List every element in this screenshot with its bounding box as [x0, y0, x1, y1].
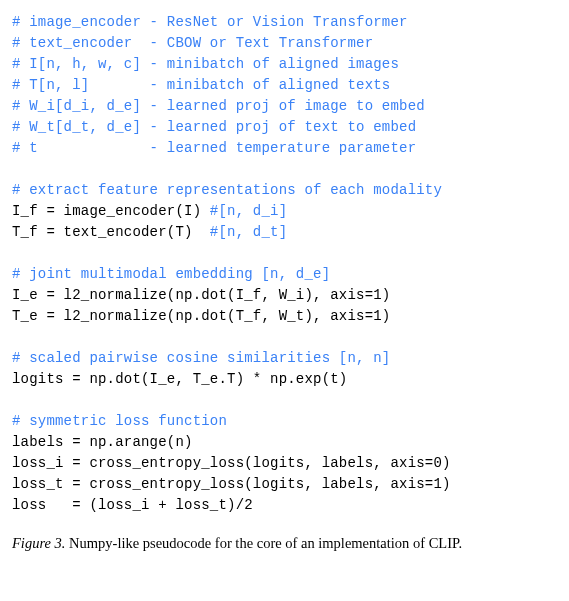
code-line: T_e = l2_normalize(np.dot(T_f, W_t), axi… — [12, 306, 557, 327]
code-comment: # W_t[d_t, d_e] - learned proj of text t… — [12, 119, 416, 135]
code-line: I_f = image_encoder(I) #[n, d_i] — [12, 201, 557, 222]
code-comment: # extract feature representations of eac… — [12, 182, 442, 198]
code-inline-comment: #[n, d_i] — [210, 203, 287, 219]
code-text: T_f = text_encoder(T) — [12, 224, 210, 240]
code-comment: # image_encoder - ResNet or Vision Trans… — [12, 14, 408, 30]
code-comment: # I[n, h, w, c] - minibatch of aligned i… — [12, 56, 399, 72]
code-line — [12, 243, 557, 264]
code-line: T_f = text_encoder(T) #[n, d_t] — [12, 222, 557, 243]
code-comment: # t - learned temperature parameter — [12, 140, 416, 156]
code-line — [12, 390, 557, 411]
code-comment: # W_i[d_i, d_e] - learned proj of image … — [12, 98, 425, 114]
code-comment: # text_encoder - CBOW or Text Transforme… — [12, 35, 373, 51]
code-line: # T[n, l] - minibatch of aligned texts — [12, 75, 557, 96]
code-line: # scaled pairwise cosine similarities [n… — [12, 348, 557, 369]
code-comment: # joint multimodal embedding [n, d_e] — [12, 266, 330, 282]
code-text: loss_i = cross_entropy_loss(logits, labe… — [12, 455, 451, 471]
code-line: # joint multimodal embedding [n, d_e] — [12, 264, 557, 285]
code-line: loss = (loss_i + loss_t)/2 — [12, 495, 557, 516]
code-text: loss_t = cross_entropy_loss(logits, labe… — [12, 476, 451, 492]
code-text: T_e = l2_normalize(np.dot(T_f, W_t), axi… — [12, 308, 390, 324]
code-line: logits = np.dot(I_e, T_e.T) * np.exp(t) — [12, 369, 557, 390]
code-line: I_e = l2_normalize(np.dot(I_f, W_i), axi… — [12, 285, 557, 306]
code-text: I_f = image_encoder(I) — [12, 203, 210, 219]
code-line: # symmetric loss function — [12, 411, 557, 432]
figure-caption: Figure 3. Numpy-like pseudocode for the … — [12, 534, 557, 554]
code-line: # text_encoder - CBOW or Text Transforme… — [12, 33, 557, 54]
code-text: logits = np.dot(I_e, T_e.T) * np.exp(t) — [12, 371, 347, 387]
code-comment: # symmetric loss function — [12, 413, 227, 429]
code-inline-comment: #[n, d_t] — [210, 224, 287, 240]
figure-label: Figure 3. — [12, 535, 65, 551]
code-line: # extract feature representations of eac… — [12, 180, 557, 201]
code-line: # I[n, h, w, c] - minibatch of aligned i… — [12, 54, 557, 75]
code-line: # t - learned temperature parameter — [12, 138, 557, 159]
code-comment: # scaled pairwise cosine similarities [n… — [12, 350, 390, 366]
code-line — [12, 159, 557, 180]
code-line: # image_encoder - ResNet or Vision Trans… — [12, 12, 557, 33]
code-text: I_e = l2_normalize(np.dot(I_f, W_i), axi… — [12, 287, 390, 303]
code-block: # image_encoder - ResNet or Vision Trans… — [12, 12, 557, 516]
code-line: # W_i[d_i, d_e] - learned proj of image … — [12, 96, 557, 117]
code-line: loss_t = cross_entropy_loss(logits, labe… — [12, 474, 557, 495]
code-line: loss_i = cross_entropy_loss(logits, labe… — [12, 453, 557, 474]
figure-caption-text: Numpy-like pseudocode for the core of an… — [65, 535, 462, 551]
code-line: # W_t[d_t, d_e] - learned proj of text t… — [12, 117, 557, 138]
code-text: labels = np.arange(n) — [12, 434, 193, 450]
code-text: loss = (loss_i + loss_t)/2 — [12, 497, 253, 513]
code-comment: # T[n, l] - minibatch of aligned texts — [12, 77, 390, 93]
code-line — [12, 327, 557, 348]
code-line: labels = np.arange(n) — [12, 432, 557, 453]
